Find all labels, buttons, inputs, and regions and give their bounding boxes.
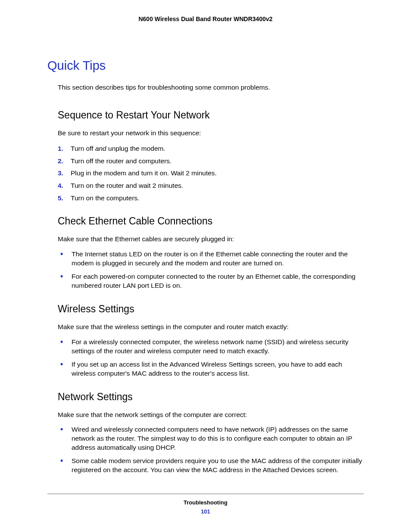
list-item: If you set up an access list in the Adva… xyxy=(68,360,364,378)
section-heading-wireless: Wireless Settings xyxy=(58,303,364,315)
document-header: N600 Wireless Dual Band Router WNDR3400v… xyxy=(47,16,364,22)
list-item: Turn on the computers. xyxy=(68,193,364,203)
list-item: Turn off the router and computers. xyxy=(68,156,364,166)
section-heading-restart: Sequence to Restart Your Network xyxy=(58,109,364,121)
list-item: The Internet status LED on the router is… xyxy=(68,250,364,268)
list-item: Wired and wirelessly connected computers… xyxy=(68,425,364,452)
section-lead: Make sure that the Ethernet cables are s… xyxy=(58,235,364,244)
list-item: Turn off and unplug the modem. xyxy=(68,144,364,153)
list-item: Some cable modem service providers requi… xyxy=(68,457,364,475)
section-lead: Be sure to restart your network in this … xyxy=(58,129,364,138)
section-heading-network: Network Settings xyxy=(58,391,364,403)
footer-chapter: Troubleshooting xyxy=(47,499,364,506)
section-heading-ethernet: Check Ethernet Cable Connections xyxy=(58,215,364,227)
list-item: Turn on the router and wait 2 minutes. xyxy=(68,181,364,190)
wireless-bullets: For a wirelessly connected computer, the… xyxy=(58,338,364,378)
ethernet-bullets: The Internet status LED on the router is… xyxy=(58,250,364,290)
section-lead: Make sure that the network settings of t… xyxy=(58,411,364,420)
step-text: unplug the modem. xyxy=(106,145,165,152)
footer-page-number: 101 xyxy=(47,508,364,515)
section-lead: Make sure that the wireless settings in … xyxy=(58,323,364,332)
page-footer: Troubleshooting 101 xyxy=(47,494,364,515)
intro-paragraph: This section describes tips for troubles… xyxy=(58,83,364,92)
network-bullets: Wired and wirelessly connected computers… xyxy=(58,425,364,475)
step-em: and xyxy=(95,145,106,152)
page-title: Quick Tips xyxy=(47,59,364,73)
list-item: For a wirelessly connected computer, the… xyxy=(68,338,364,356)
list-item: For each powered-on computer connected t… xyxy=(68,272,364,290)
restart-steps: Turn off and unplug the modem. Turn off … xyxy=(58,144,364,202)
step-text: Turn off xyxy=(71,145,95,152)
list-item: Plug in the modem and turn it on. Wait 2… xyxy=(68,168,364,178)
